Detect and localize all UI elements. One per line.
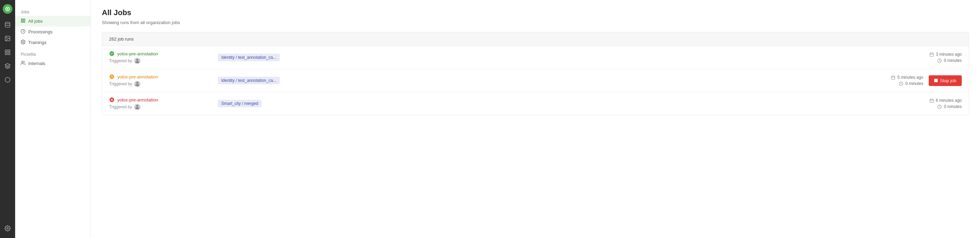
job-run-info: yolox-pre-annotation Triggered by — [109, 97, 212, 110]
job-run-name-row: yolox-pre-annotation — [109, 97, 212, 103]
settings-small-icon — [21, 40, 25, 45]
trigger-label: Triggered by — [109, 59, 132, 63]
job-runs-count: 262 job runs — [109, 36, 134, 41]
duration: 0 minutes — [944, 58, 962, 63]
users-icon — [21, 60, 25, 67]
svg-rect-26 — [892, 76, 895, 79]
sidebar-item-label: Processings — [28, 29, 52, 34]
nav-image-icon[interactable] — [2, 33, 13, 44]
job-run-trigger: Triggered by — [109, 81, 212, 87]
svg-point-1 — [7, 8, 9, 10]
job-run-name[interactable]: yolox-pre-annotation — [117, 97, 158, 103]
time-ago-row: 3 minutes ago — [929, 52, 962, 57]
sidebar-item-internals[interactable]: Internals — [15, 58, 91, 69]
sidebar-item-processings[interactable]: Processings — [15, 27, 91, 37]
job-run-meta: 3 minutes ago 0 minutes — [626, 52, 962, 63]
nav-chart-icon[interactable] — [2, 47, 13, 58]
svg-rect-6 — [8, 50, 10, 52]
sidebar-header: Jobs — [15, 5, 91, 16]
table-row: yolox-pre-annotation Triggered by Smart_… — [102, 92, 969, 115]
avatar — [134, 58, 140, 64]
duration: 0 minutes — [905, 81, 923, 86]
svg-point-33 — [136, 105, 138, 107]
table-row: yolox-pre-annotation Triggered by Identi… — [102, 69, 969, 92]
sidebar-item-label: Trainings — [28, 40, 46, 45]
job-run-tag: Identity / test_annotation_ca... — [218, 54, 280, 61]
nav-settings-icon[interactable] — [2, 223, 13, 234]
sidebar-item-trainings[interactable]: Trainings — [15, 37, 91, 48]
avatar — [134, 104, 140, 110]
duration-icon — [899, 81, 903, 86]
svg-rect-19 — [930, 53, 933, 56]
stop-job-button[interactable]: Stop job — [929, 75, 962, 86]
svg-rect-5 — [5, 50, 7, 52]
job-run-tag: Identity / test_annotation_ca... — [218, 77, 280, 84]
svg-point-2 — [5, 22, 10, 24]
time-ago-row: 6 minutes ago — [929, 98, 962, 103]
stop-job-label: Stop job — [940, 78, 956, 83]
duration-row: 0 minutes — [899, 81, 923, 86]
picsellia-section-label: Picsellia — [15, 48, 91, 58]
svg-point-18 — [136, 59, 138, 61]
running-status-icon — [109, 74, 115, 79]
svg-rect-12 — [24, 21, 25, 22]
nav-rail — [0, 0, 15, 238]
nav-database-icon[interactable] — [2, 19, 13, 30]
nav-layers-icon[interactable] — [2, 60, 13, 71]
job-run-trigger: Triggered by — [109, 104, 212, 110]
clock-icon — [21, 29, 25, 35]
svg-rect-7 — [8, 53, 10, 55]
job-run-info: yolox-pre-annotation Triggered by — [109, 74, 212, 87]
duration: 0 minutes — [944, 104, 962, 109]
time-ago-row: 5 minutes ago — [891, 75, 923, 80]
trigger-label: Triggered by — [109, 81, 132, 86]
main-content: All Jobs Showing runs from all organizat… — [91, 0, 980, 238]
calendar-icon — [929, 98, 934, 103]
job-run-tag: Smart_city / merged — [218, 100, 261, 107]
svg-point-4 — [6, 37, 7, 38]
svg-point-15 — [22, 41, 24, 43]
page-subtitle: Showing runs from all organization jobs — [102, 20, 969, 25]
page-title: All Jobs — [102, 8, 969, 17]
job-run-info: yolox-pre-annotation Triggered by — [109, 51, 212, 64]
svg-rect-11 — [24, 19, 25, 20]
svg-point-25 — [136, 82, 138, 84]
app-logo — [3, 4, 13, 14]
avatar — [134, 81, 140, 87]
success-status-icon — [109, 51, 115, 56]
job-run-name[interactable]: yolox-pre-annotation — [117, 74, 158, 79]
job-runs-container: 262 job runs yolox-pre-annotation Trigge… — [102, 32, 969, 115]
svg-point-16 — [22, 61, 24, 63]
table-row: yolox-pre-annotation Triggered by Identi… — [102, 46, 969, 69]
job-run-name-row: yolox-pre-annotation — [109, 51, 212, 56]
job-run-trigger: Triggered by — [109, 58, 212, 64]
sidebar: Jobs All jobs Processings Trainings Pics… — [15, 0, 91, 238]
svg-rect-8 — [5, 53, 7, 55]
calendar-icon — [891, 75, 895, 80]
calendar-icon — [929, 52, 934, 57]
trigger-label: Triggered by — [109, 105, 132, 109]
duration-row: 0 minutes — [937, 58, 962, 63]
svg-point-9 — [7, 228, 9, 229]
job-run-name[interactable]: yolox-pre-annotation — [117, 51, 158, 56]
job-run-name-row: yolox-pre-annotation — [109, 74, 212, 79]
svg-rect-10 — [21, 19, 23, 20]
svg-rect-13 — [21, 21, 23, 22]
svg-rect-31 — [934, 79, 938, 82]
duration-row: 0 minutes — [937, 104, 962, 109]
duration-icon — [937, 105, 942, 109]
sidebar-item-label: Internals — [28, 61, 45, 66]
failed-status-icon — [109, 97, 115, 103]
job-run-meta: 6 minutes ago 0 minutes — [617, 98, 962, 109]
nav-package-icon[interactable] — [2, 74, 13, 85]
job-run-meta: 5 minutes ago 0 minutes — [607, 75, 923, 86]
grid-icon — [21, 18, 25, 24]
duration-icon — [937, 59, 942, 63]
time-ago: 3 minutes ago — [936, 52, 962, 57]
job-runs-header: 262 job runs — [102, 32, 969, 46]
time-ago: 6 minutes ago — [936, 98, 962, 103]
sidebar-item-label: All jobs — [28, 19, 43, 24]
time-ago: 5 minutes ago — [897, 75, 923, 80]
sidebar-item-all-jobs[interactable]: All jobs — [15, 16, 91, 27]
stop-icon — [934, 79, 938, 82]
